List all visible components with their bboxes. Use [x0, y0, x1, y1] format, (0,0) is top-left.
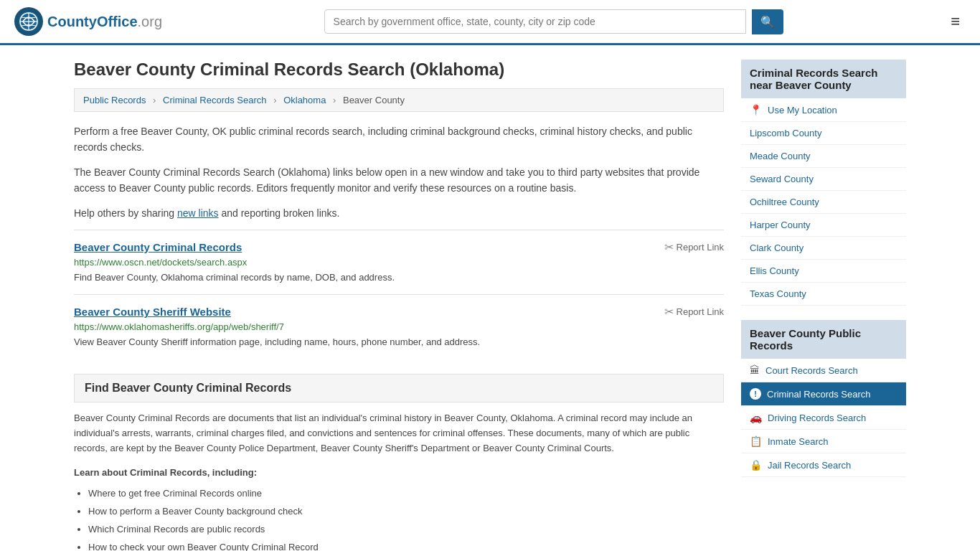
nearby-section-header: Criminal Records Search near Beaver Coun… — [741, 60, 906, 98]
logo-text: CountyOffice.org — [47, 14, 162, 30]
page-container: Beaver County Criminal Records Search (O… — [60, 45, 920, 551]
resource-2-report-btn[interactable]: ✂ Report Link — [664, 305, 724, 319]
ellis-county-link[interactable]: Ellis County — [750, 265, 799, 276]
menu-button[interactable]: ≡ — [945, 9, 966, 34]
nearby-section: Criminal Records Search near Beaver Coun… — [741, 60, 906, 306]
find-section-header: Find Beaver County Criminal Records — [74, 374, 724, 402]
court-records-icon: 🏛 — [750, 364, 760, 376]
find-section-body: Beaver County Criminal Records are docum… — [74, 411, 724, 551]
learn-item-2: How to perform a Beaver County backgroun… — [88, 504, 724, 519]
search-icon: 🔍 — [760, 16, 775, 28]
breadcrumb-oklahoma[interactable]: Oklahoma — [283, 95, 326, 105]
sidebar-court-records[interactable]: 🏛 Court Records Search — [741, 359, 906, 382]
breadcrumb-public-records[interactable]: Public Records — [83, 95, 146, 105]
learn-item-4: How to check your own Beaver County Crim… — [88, 540, 724, 551]
harper-county-link[interactable]: Harper County — [750, 220, 811, 230]
sidebar-inmate-search[interactable]: 📋 Inmate Search — [741, 430, 906, 453]
learn-list: Where to get free Criminal Records onlin… — [74, 486, 724, 551]
resource-1-report-label: Report Link — [677, 242, 724, 253]
criminal-records-link[interactable]: Criminal Records Search — [767, 389, 871, 400]
lipscomb-county-link[interactable]: Lipscomb County — [750, 128, 821, 138]
driving-records-link[interactable]: Driving Records Search — [768, 413, 866, 423]
inmate-search-icon: 📋 — [750, 435, 762, 447]
use-my-location-link[interactable]: Use My Location — [768, 105, 837, 116]
resource-1-url[interactable]: https://www.oscn.net/dockets/search.aspx — [74, 257, 724, 268]
desc3-post: and reporting broken links. — [219, 207, 340, 219]
logo-icon — [14, 7, 43, 36]
breadcrumb: Public Records › Criminal Records Search… — [74, 88, 724, 112]
sidebar-use-my-location[interactable]: 📍 Use My Location — [741, 98, 906, 122]
breadcrumb-sep3: › — [333, 95, 336, 105]
report-icon-1: ✂ — [664, 240, 674, 254]
search-button[interactable]: 🔍 — [752, 9, 783, 34]
find-section: Find Beaver County Criminal Records Beav… — [74, 374, 724, 551]
resource-2-report-label: Report Link — [677, 306, 724, 317]
search-input[interactable] — [324, 9, 746, 34]
resource-2-url[interactable]: https://www.oklahomasheriffs.org/app/web… — [74, 321, 724, 332]
public-records-section: Beaver County Public Records 🏛 Court Rec… — [741, 320, 906, 477]
resource-1-title[interactable]: Beaver County Criminal Records — [74, 241, 242, 253]
sidebar-nearby-harper[interactable]: Harper County — [741, 214, 906, 237]
resource-1-desc: Find Beaver County, Oklahoma criminal re… — [74, 270, 724, 285]
resource-1-header: Beaver County Criminal Records ✂ Report … — [74, 240, 724, 254]
sidebar-nearby-lipscomb[interactable]: Lipscomb County — [741, 122, 906, 145]
breadcrumb-current: Beaver County — [343, 95, 405, 105]
breadcrumb-sep2: › — [273, 95, 276, 105]
ochiltree-county-link[interactable]: Ochiltree County — [750, 197, 819, 207]
location-icon: 📍 — [750, 104, 762, 116]
sidebar-jail-records[interactable]: 🔒 Jail Records Search — [741, 453, 906, 477]
sidebar-nearby-seward[interactable]: Seward County — [741, 168, 906, 191]
main-content: Beaver County Criminal Records Search (O… — [74, 60, 724, 551]
sidebar-nearby-ochiltree[interactable]: Ochiltree County — [741, 191, 906, 214]
public-records-section-header: Beaver County Public Records — [741, 320, 906, 359]
resource-1: Beaver County Criminal Records ✂ Report … — [74, 230, 724, 295]
find-body-text: Beaver County Criminal Records are docum… — [74, 411, 724, 456]
court-records-link[interactable]: Court Records Search — [765, 365, 858, 376]
report-icon-2: ✂ — [664, 305, 674, 319]
sidebar-nearby-meade[interactable]: Meade County — [741, 145, 906, 168]
learn-heading: Learn about Criminal Records, including: — [74, 466, 724, 481]
breadcrumb-sep1: › — [153, 95, 156, 105]
header: CountyOffice.org 🔍 ≡ — [0, 0, 980, 45]
resource-2: Beaver County Sheriff Website ✂ Report L… — [74, 294, 724, 359]
sidebar-criminal-records[interactable]: ! Criminal Records Search — [741, 382, 906, 406]
sidebar: Criminal Records Search near Beaver Coun… — [741, 60, 906, 551]
description-3: Help others by sharing new links and rep… — [74, 205, 724, 221]
sidebar-nearby-ellis[interactable]: Ellis County — [741, 260, 906, 283]
seward-county-link[interactable]: Seward County — [750, 174, 814, 184]
sidebar-nearby-clark[interactable]: Clark County — [741, 237, 906, 260]
sidebar-nearby-texas[interactable]: Texas County — [741, 283, 906, 306]
meade-county-link[interactable]: Meade County — [750, 151, 811, 161]
sidebar-driving-records[interactable]: 🚗 Driving Records Search — [741, 406, 906, 430]
texas-county-link[interactable]: Texas County — [750, 288, 806, 299]
learn-item-1: Where to get free Criminal Records onlin… — [88, 486, 724, 501]
description-1: Perform a free Beaver County, OK public … — [74, 123, 724, 156]
driving-records-icon: 🚗 — [750, 412, 762, 423]
jail-records-link[interactable]: Jail Records Search — [768, 460, 851, 471]
resource-1-report-btn[interactable]: ✂ Report Link — [664, 240, 724, 254]
clark-county-link[interactable]: Clark County — [750, 242, 804, 253]
criminal-records-icon: ! — [750, 388, 761, 400]
resource-2-title[interactable]: Beaver County Sheriff Website — [74, 306, 231, 318]
learn-item-3: Which Criminal Records are public record… — [88, 522, 724, 537]
resource-2-desc: View Beaver County Sheriff information p… — [74, 335, 724, 349]
desc3-pre: Help others by sharing — [74, 207, 177, 219]
new-links-link[interactable]: new links — [177, 207, 219, 219]
resource-2-header: Beaver County Sheriff Website ✂ Report L… — [74, 305, 724, 319]
inmate-search-link[interactable]: Inmate Search — [768, 436, 829, 447]
page-title: Beaver County Criminal Records Search (O… — [74, 60, 724, 80]
logo-area: CountyOffice.org — [14, 7, 162, 36]
search-area: 🔍 — [324, 9, 783, 34]
description-2: The Beaver County Criminal Records Searc… — [74, 164, 724, 197]
hamburger-icon: ≡ — [951, 12, 960, 30]
jail-records-icon: 🔒 — [750, 459, 762, 471]
breadcrumb-criminal-records[interactable]: Criminal Records Search — [163, 95, 267, 105]
